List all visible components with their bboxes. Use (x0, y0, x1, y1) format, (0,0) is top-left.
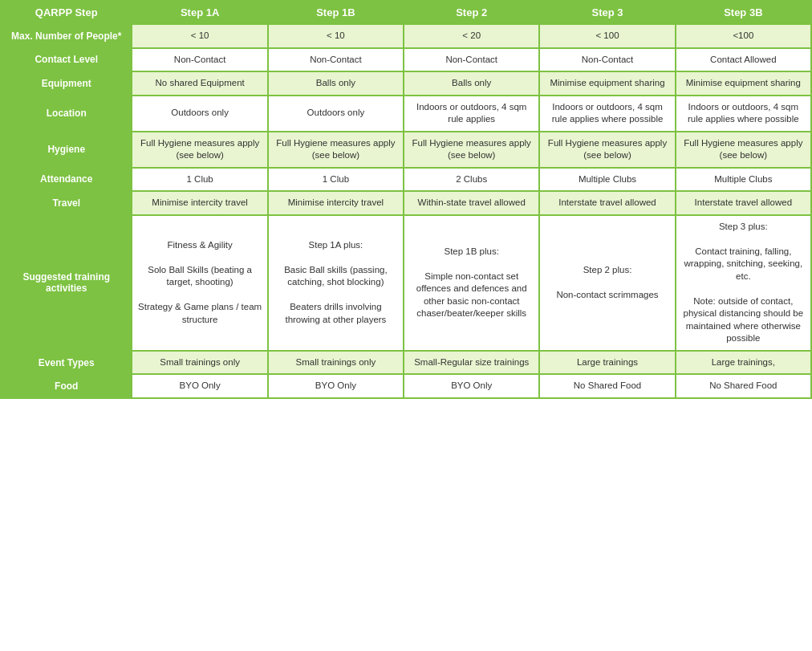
table-cell: Step 1A plus:Basic Ball skills (passing,… (268, 215, 404, 351)
table-cell: Fitness & AgilitySolo Ball Skills (beati… (132, 215, 267, 351)
table-cell: < 10 (132, 24, 267, 48)
row-label: Contact Level (1, 48, 132, 72)
table-row: Max. Number of People*< 10< 10< 20< 100<… (1, 24, 811, 48)
table-cell: Full Hygiene measures apply (see below) (404, 132, 539, 168)
table-cell: < 10 (268, 24, 404, 48)
table-cell: Full Hygiene measures apply (see below) (268, 132, 404, 168)
table-cell: < 20 (404, 24, 539, 48)
table-row: HygieneFull Hygiene measures apply (see … (1, 132, 811, 168)
row-label: Hygiene (1, 132, 132, 168)
table-cell: 1 Club (268, 168, 404, 192)
table-cell: Indoors or outdoors, 4 sqm rule applies (404, 96, 539, 132)
table-row: Event TypesSmall trainings onlySmall tra… (1, 351, 811, 375)
row-label: Food (1, 374, 132, 398)
table-cell: BYO Only (132, 374, 267, 398)
table-cell: Balls only (268, 71, 404, 96)
table-cell: Indoors or outdoors, 4 sqm rule applies … (676, 96, 811, 132)
table-cell: Minimise intercity travel (268, 191, 404, 215)
table-cell: Multiple Clubs (676, 168, 811, 192)
table-cell: Full Hygiene measures apply (see below) (132, 132, 267, 168)
table-row: Attendance1 Club1 Club2 ClubsMultiple Cl… (1, 168, 811, 192)
table-row: LocationOutdoors onlyOutdoors onlyIndoor… (1, 96, 811, 132)
table-cell: Outdoors only (268, 96, 404, 132)
table-cell: Non-Contact (132, 48, 267, 72)
table-cell: Step 2 plus:Non-contact scrimmages (539, 215, 675, 351)
header-step-Step2: Step 2 (404, 1, 539, 24)
table-cell: No Shared Food (539, 374, 675, 398)
table-cell: Minimise equipment sharing (539, 71, 675, 96)
table-cell: No shared Equipment (132, 71, 267, 96)
table-cell: Multiple Clubs (539, 168, 675, 192)
table-cell: 2 Clubs (404, 168, 539, 192)
header-step-Step1A: Step 1A (132, 1, 267, 24)
header-step-Step1B: Step 1B (268, 1, 404, 24)
table-row: Contact LevelNon-ContactNon-ContactNon-C… (1, 48, 811, 72)
table-cell: Contact Allowed (676, 48, 811, 72)
table-cell: Minimise intercity travel (132, 191, 267, 215)
row-label: Location (1, 96, 132, 132)
row-label: Event Types (1, 351, 132, 375)
header-step-label: QARPP Step (1, 1, 132, 24)
table-row: Suggested training activitiesFitness & A… (1, 215, 811, 351)
table-cell: Interstate travel allowed (539, 191, 675, 215)
table-cell: Step 3 plus:Contact training, falling, w… (676, 215, 811, 351)
table-cell: Non-Contact (404, 48, 539, 72)
table-cell: Non-Contact (268, 48, 404, 72)
row-label: Max. Number of People* (1, 24, 132, 48)
row-label: Attendance (1, 168, 132, 192)
table-row: FoodBYO OnlyBYO OnlyBYO OnlyNo Shared Fo… (1, 374, 811, 398)
table-cell: Indoors or outdoors, 4 sqm rule applies … (539, 96, 675, 132)
header-step-Step3: Step 3 (539, 1, 675, 24)
table-cell: Small trainings only (132, 351, 267, 375)
table-cell: BYO Only (268, 374, 404, 398)
row-label: Travel (1, 191, 132, 215)
table-cell: Small trainings only (268, 351, 404, 375)
table-cell: BYO Only (404, 374, 539, 398)
header-step-Step3B: Step 3B (676, 1, 811, 24)
table-cell: <100 (676, 24, 811, 48)
table-cell: Non-Contact (539, 48, 675, 72)
table-cell: No Shared Food (676, 374, 811, 398)
row-label: Equipment (1, 71, 132, 96)
table-cell: Interstate travel allowed (676, 191, 811, 215)
table-cell: Full Hygiene measures apply (see below) (676, 132, 811, 168)
table-cell: Small-Regular size trainings (404, 351, 539, 375)
table-cell: Step 1B plus:Simple non-contact set offe… (404, 215, 539, 351)
table-cell: Within-state travel allowed (404, 191, 539, 215)
qarpp-table: QARPP StepStep 1AStep 1BStep 2Step 3Step… (0, 0, 812, 399)
table-row: TravelMinimise intercity travelMinimise … (1, 191, 811, 215)
table-cell: Full Hygiene measures apply (see below) (539, 132, 675, 168)
table-cell: Minimise equipment sharing (676, 71, 811, 96)
table-cell: < 100 (539, 24, 675, 48)
table-cell: Outdoors only (132, 96, 267, 132)
table-cell: Large trainings, (676, 351, 811, 375)
table-row: EquipmentNo shared EquipmentBalls onlyBa… (1, 71, 811, 96)
table-cell: 1 Club (132, 168, 267, 192)
table-cell: Balls only (404, 71, 539, 96)
row-label: Suggested training activities (1, 215, 132, 351)
table-cell: Large trainings (539, 351, 675, 375)
